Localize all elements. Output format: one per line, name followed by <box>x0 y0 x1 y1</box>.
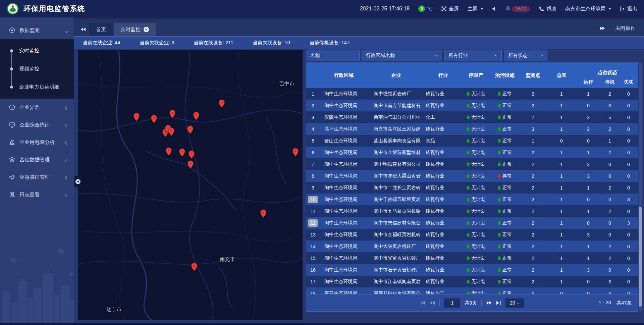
table-row[interactable]: 11阆中生态环境局阆中市五马桥页岩机砖砖瓦行业无计划正常21120 <box>306 205 638 217</box>
map-panel[interactable]: 巴中市南充市遂宁市 <box>78 50 303 320</box>
table-row[interactable]: 12阆中生态环境局阆中市忠信建材有限公砖瓦行业无计划正常21003 <box>306 217 638 229</box>
cell-running: 1 <box>576 209 600 214</box>
cell-pollution-facility: 正常 <box>490 161 519 167</box>
table-row[interactable]: 8阆中生态环境局阆中市枣碧大梁山页岩砖瓦行业无计划异常21300 <box>306 170 638 182</box>
sidebar-item-3[interactable]: 企业用电量分析 <box>0 133 74 151</box>
sidebar-subitem-0-2[interactable]: 企业电力负荷明细 <box>0 78 74 96</box>
sidebar-subitem-0-0[interactable]: 实时监控 <box>0 42 74 60</box>
scrollbar-thumb[interactable] <box>639 207 642 307</box>
logout-button[interactable]: 退出 <box>620 6 637 12</box>
first-page-icon[interactable] <box>420 301 425 305</box>
row-number: 4 <box>306 126 320 132</box>
table-row[interactable]: 18南部生态环境局南部县砂化水泥有限公建材加工无计划正常60060 <box>306 287 638 294</box>
table-scrollbar[interactable] <box>639 62 642 312</box>
table-row[interactable]: 7阆中生态环境局阆中明阳建材有限公司砖瓦行业无计划正常21300 <box>306 158 638 170</box>
status-dot <box>467 115 470 119</box>
sidebar-item-5[interactable]: 应急减排管理 <box>0 168 74 186</box>
cell-meters: 1 <box>547 103 576 108</box>
theme-menu[interactable]: 主题 <box>468 6 483 12</box>
table-row[interactable]: 15阆中生态环境局阆中市光富页岩机砖厂砖瓦行业无计划正常21120 <box>306 252 638 264</box>
map-marker-pin[interactable] <box>292 148 299 157</box>
cell-region: 阆中生态环境局 <box>320 208 368 214</box>
sidebar-item-6[interactable]: 日志查看 <box>0 186 74 203</box>
map-marker-pin[interactable] <box>187 125 194 134</box>
tabs-scroll-left-icon[interactable] <box>80 27 86 32</box>
table-row[interactable]: 3仪陇生态环境局西南油气田分公司川中化工无计划正常71350 <box>306 111 638 123</box>
sidebar-item-2[interactable]: 企业综合统计 <box>0 116 74 133</box>
map-marker-pin[interactable] <box>169 110 176 118</box>
table-row[interactable]: 5营山生态环境局营山县润丰肉食品有限食品无计划正常10010 <box>306 135 638 147</box>
stat-value: 10 <box>285 40 290 45</box>
status-dot <box>498 151 501 155</box>
cell-offline: 0 <box>619 126 638 132</box>
table-row[interactable]: 16阆中生态环境局阆中市石子页岩机砖厂砖瓦行业无计划正常21300 <box>306 264 638 276</box>
cell-monitor-points: 2 <box>519 209 547 214</box>
map-marker-pin[interactable] <box>218 99 225 108</box>
cell-meters: 1 <box>547 197 576 202</box>
tab-1[interactable]: 实时监控× <box>114 23 156 36</box>
status-filter-select[interactable]: 所有状态 <box>504 50 547 61</box>
cell-stopped: 3 <box>600 279 619 284</box>
cell-production-limit: 无计划 <box>462 150 490 156</box>
collapse-panel-button[interactable] <box>74 176 82 187</box>
bottom-edge-decoration <box>0 323 644 325</box>
close-operations-button[interactable]: 关闭操作 <box>615 25 635 32</box>
map-marker-pin[interactable] <box>188 150 195 159</box>
table-row[interactable]: 6阆中生态环境局阆中市金博瑞新型墙材砖瓦行业无计划正常21120 <box>306 147 638 158</box>
sidebar-item-1[interactable]: 企业异常 <box>0 99 74 116</box>
tab-close-icon[interactable]: × <box>144 27 149 32</box>
table-row[interactable]: 10阆中生态环境局阆中千佛镇五郎垭页岩砖瓦行业无计划正常21003 <box>306 194 638 205</box>
last-page-icon[interactable] <box>496 301 501 305</box>
sidebar-item-0[interactable]: 数据监测 <box>0 21 74 39</box>
table-row[interactable]: 4高坪生态环境局南充市高坪区王家店建砖瓦行业无计划正常31220 <box>306 123 638 135</box>
map-marker-pin[interactable] <box>151 115 157 123</box>
status-dot <box>498 209 501 213</box>
tab-0[interactable]: 首页 <box>89 23 113 36</box>
cell-production-limit: 无计划 <box>462 161 490 167</box>
fullscreen-button[interactable]: 全屏 <box>441 6 459 12</box>
notifications-button[interactable]: 2632 <box>505 6 530 12</box>
next-page-icon[interactable] <box>486 301 492 305</box>
map-marker-pin[interactable] <box>191 263 198 271</box>
status-text: 正常 <box>502 255 512 261</box>
stat-item-2: 当前在线设备: 211 <box>194 40 233 46</box>
region-filter-select[interactable]: 行政区域名称 <box>362 50 442 61</box>
table-row[interactable]: 13阆中生态环境局阆中市金福旺页岩机砖砖瓦行业无计划正常21300 <box>306 229 638 240</box>
prev-page-icon[interactable] <box>430 301 435 305</box>
cell-company: 阆中千佛镇五郎垭页岩 <box>368 197 425 203</box>
sound-button[interactable] <box>492 6 497 11</box>
map-marker-pin[interactable] <box>168 127 175 136</box>
map-marker-pin[interactable] <box>187 160 194 169</box>
cell-company: 阆中市金博瑞新型墙材 <box>368 150 425 156</box>
table-row[interactable]: 1阆中生态环境局阆中强锐页岩砖厂砖瓦行业无计划正常21120 <box>306 88 638 100</box>
status-dot <box>498 245 501 249</box>
name-filter-input[interactable] <box>306 50 360 61</box>
column-header-running: 运行 <box>576 76 600 88</box>
map-marker-pin[interactable] <box>179 148 185 157</box>
map-marker-pin[interactable] <box>193 112 200 120</box>
sidebar-item-4[interactable]: 基础数据管理 <box>0 151 74 168</box>
industry-filter-select[interactable]: 所有行业 <box>444 50 502 61</box>
cell-company: 西南油气田分公司川中 <box>368 114 425 120</box>
stat-item-1: 当前失联企业: 3 <box>140 40 174 46</box>
cell-monitor-points: 2 <box>519 232 547 237</box>
page-size-select[interactable]: 20 <box>505 299 524 308</box>
status-text: 无计划 <box>471 150 485 156</box>
tabs-scroll-right-icon[interactable] <box>600 26 605 31</box>
page-number-input[interactable] <box>444 299 460 308</box>
table-row[interactable]: 2阆中生态环境局阆中市南方节能建材有砖瓦行业无计划正常21030 <box>306 100 638 111</box>
sidebar-subitem-0-1[interactable]: 视频监控 <box>0 60 74 78</box>
table-row[interactable]: 9阆中生态环境局阆中市二龙长宝页岩砖砖瓦行业无计划正常21120 <box>306 182 638 194</box>
status-text: 无计划 <box>471 220 485 226</box>
map-marker-pin[interactable] <box>133 113 140 121</box>
help-button[interactable]: 帮助 <box>539 6 556 12</box>
cell-offline: 0 <box>619 91 638 97</box>
chevron-left-icon <box>65 122 68 128</box>
status-text: 正常 <box>502 150 512 156</box>
map-marker-pin[interactable] <box>260 209 267 218</box>
cell-production-limit: 无计划 <box>462 267 490 273</box>
table-row[interactable]: 17阆中生态环境局阆中市江南镇阆南页岩砖瓦行业无计划正常21030 <box>306 276 638 287</box>
map-marker-pin[interactable] <box>165 147 172 156</box>
table-row[interactable]: 14阆中生态环境局阆中大兴页岩机砖厂砖瓦行业无计划正常21120 <box>306 240 638 252</box>
user-menu[interactable]: 南充市生态环境局 <box>565 6 611 12</box>
